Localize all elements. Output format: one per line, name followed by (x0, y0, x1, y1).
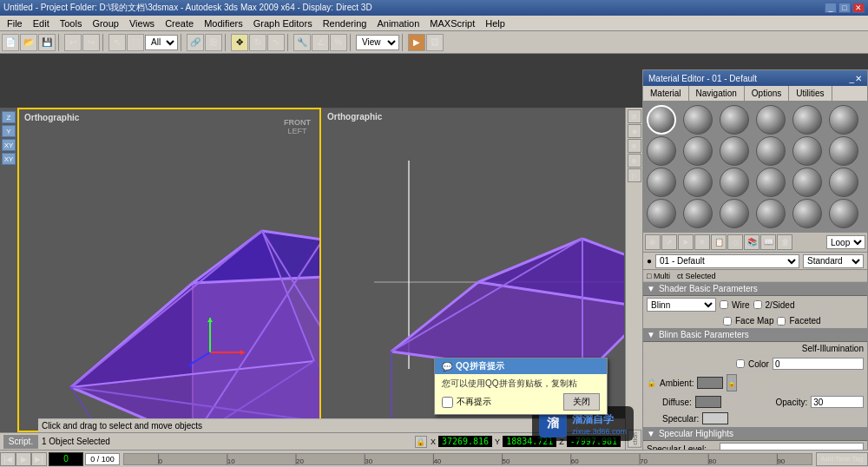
tab-utilities[interactable]: Utilities (789, 86, 832, 101)
mat-type-select[interactable]: Standard (803, 254, 864, 268)
redo-button[interactable]: ↪ (82, 34, 100, 51)
mat-editor-minimize[interactable]: _ (849, 74, 854, 83)
specular-swatch[interactable] (702, 412, 728, 424)
two-sided-checkbox[interactable] (753, 300, 762, 309)
mat-sphere-8[interactable] (683, 136, 713, 166)
new-button[interactable]: 📄 (2, 34, 19, 51)
select-region-button[interactable]: ⬚ (127, 34, 144, 51)
faceted-checkbox[interactable] (777, 317, 786, 326)
mat-sphere-15[interactable] (720, 168, 749, 197)
menu-create[interactable]: Create (160, 18, 199, 29)
mat-sphere-6[interactable] (829, 105, 858, 135)
diffuse-swatch[interactable] (695, 396, 721, 408)
mat-sphere-20[interactable] (683, 199, 713, 228)
qq-close-button[interactable]: 关闭 (563, 393, 600, 411)
mat-sphere-5[interactable] (792, 105, 822, 135)
mat-get-from-lib[interactable]: 📖 (760, 234, 776, 250)
select-button[interactable]: ↖ (108, 34, 126, 51)
maximize-button[interactable]: □ (838, 3, 851, 13)
menu-rendering[interactable]: Rendering (318, 18, 372, 29)
face-map-checkbox[interactable] (723, 317, 732, 326)
scale-button[interactable]: ⤡ (267, 34, 285, 51)
mat-sphere-18[interactable] (829, 168, 858, 197)
ambient-swatch[interactable] (697, 377, 723, 389)
mat-sphere-9[interactable] (720, 136, 749, 166)
close-button[interactable]: ✕ (852, 3, 865, 13)
mat-sphere-1[interactable] (647, 105, 676, 135)
strip-btn-2[interactable]: ◈ (628, 124, 641, 138)
mat-copy[interactable]: 📋 (711, 234, 727, 250)
mat-sphere-10[interactable] (756, 136, 786, 166)
mat-sphere-7[interactable] (647, 136, 676, 166)
menu-tools[interactable]: Tools (55, 18, 88, 29)
menu-file[interactable]: File (2, 18, 28, 29)
wire-checkbox[interactable] (720, 300, 728, 309)
select-all-dropdown[interactable]: All (145, 35, 178, 50)
mat-sphere-4[interactable] (756, 105, 786, 135)
undo-button[interactable]: ↩ (64, 34, 82, 51)
xy-axis-button2[interactable]: XY (2, 153, 16, 165)
strip-btn-1[interactable]: ⊞ (628, 109, 641, 123)
shader-type-select[interactable]: Blinn (647, 298, 716, 312)
menu-modifiers[interactable]: Modifiers (199, 18, 248, 29)
menu-animation[interactable]: Animation (372, 18, 424, 29)
xy-axis-button[interactable]: XY (2, 139, 16, 151)
mat-sphere-19[interactable] (647, 199, 676, 228)
menu-edit[interactable]: Edit (28, 18, 55, 29)
loop-dropdown[interactable]: Loop (826, 235, 865, 249)
mat-name-select[interactable]: 01 - Default (655, 254, 799, 268)
tab-navigation[interactable]: Navigation (689, 86, 745, 101)
render-button[interactable]: ▶ (408, 34, 425, 51)
qq-no-show-checkbox[interactable] (442, 397, 453, 408)
link-button[interactable]: 🔗 (187, 34, 204, 51)
mat-sphere-23[interactable] (792, 199, 822, 228)
color-value-input[interactable] (773, 358, 864, 370)
y-axis-button[interactable]: Y (2, 125, 16, 137)
snap-button[interactable]: 🔧 (293, 34, 311, 51)
left-viewport[interactable]: Orthographic (17, 108, 321, 432)
timeline-track[interactable]: 0 10 20 30 40 50 60 70 80 90 (123, 453, 812, 465)
tab-material[interactable]: Material (643, 86, 689, 101)
open-button[interactable]: 📂 (20, 34, 37, 51)
mat-sphere-22[interactable] (756, 199, 786, 228)
unlink-button[interactable]: ⛓ (205, 34, 222, 51)
mat-sphere-21[interactable] (720, 199, 749, 228)
color-checkbox[interactable] (736, 359, 745, 368)
rotate-button[interactable]: ↻ (249, 34, 266, 51)
percent-snap-button[interactable]: % (330, 34, 347, 51)
quick-render-button[interactable]: 🖼 (426, 34, 444, 51)
mat-assign-to-sel[interactable]: ➤ (678, 234, 694, 250)
mat-sphere-14[interactable] (683, 168, 713, 197)
menu-group[interactable]: Group (87, 18, 124, 29)
menu-views[interactable]: Views (124, 18, 160, 29)
mat-get-from-scene[interactable]: ⊕ (645, 234, 661, 250)
opacity-input[interactable] (811, 396, 864, 408)
z-axis-button[interactable]: Z (2, 111, 16, 123)
mat-sphere-11[interactable] (792, 136, 822, 166)
lock-icon[interactable]: 🔒 (415, 436, 427, 448)
mat-delete[interactable]: 🗑 (777, 234, 792, 250)
mat-unique[interactable]: ◇ (727, 234, 743, 250)
save-button[interactable]: 💾 (38, 34, 56, 51)
strip-btn-4[interactable]: ⊗ (628, 154, 641, 168)
ambient-lock[interactable]: 🔒 (727, 374, 737, 391)
strip-btn-3[interactable]: ⊕ (628, 139, 641, 153)
spec-collapse-icon[interactable]: ▼ (647, 429, 655, 438)
play-button[interactable]: ▶ (16, 452, 31, 466)
mat-sphere-17[interactable] (792, 168, 822, 197)
tab-options[interactable]: Options (745, 86, 789, 101)
mat-sphere-2[interactable] (683, 105, 713, 135)
move-button[interactable]: ✥ (231, 34, 248, 51)
mat-sphere-13[interactable] (647, 168, 676, 197)
add-time-tag-button[interactable]: Add Time Tag (816, 452, 868, 466)
minimize-button[interactable]: _ (825, 3, 837, 13)
view-dropdown[interactable]: View (356, 35, 399, 50)
next-frame-button[interactable]: ▶| (31, 452, 47, 466)
blinn-collapse-icon[interactable]: ▼ (647, 330, 655, 339)
menu-maxscript[interactable]: MAXScript (424, 18, 480, 29)
mat-reset[interactable]: ✕ (694, 234, 710, 250)
mat-sphere-12[interactable] (829, 136, 858, 166)
strip-btn-5[interactable]: ▷ (628, 168, 641, 182)
mat-sphere-24[interactable] (829, 199, 858, 228)
mat-put-to-lib[interactable]: 📚 (744, 234, 760, 250)
